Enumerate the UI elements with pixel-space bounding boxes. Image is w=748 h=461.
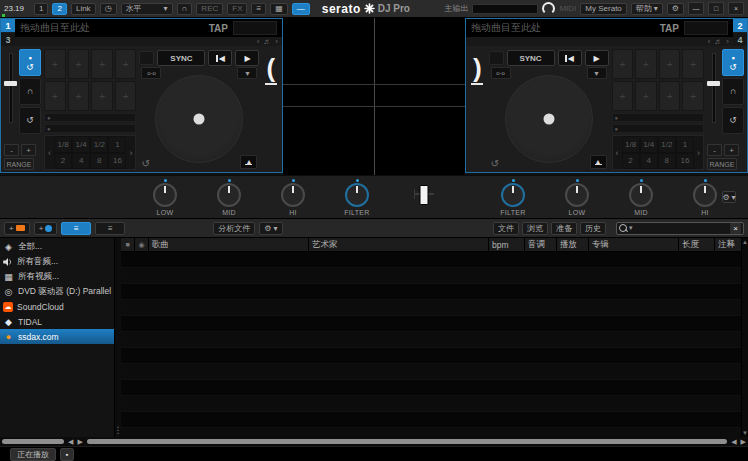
browse-panel-button[interactable]: 浏览 [522,222,548,235]
low-knob-right[interactable] [565,183,589,207]
deck-right-jog-wheel[interactable] [505,75,593,163]
add-smart-crate-button[interactable]: + [34,222,58,235]
sidebar-item-soundcloud[interactable]: ☁SoundCloud [0,299,114,314]
loop-size-button[interactable]: 1/8 [54,136,72,153]
deck-left-number-active[interactable]: 1 [1,19,15,32]
hotcue-button[interactable]: + [635,81,657,111]
low-knob-left[interactable] [153,183,177,207]
link-button[interactable]: Link [71,3,96,15]
restore-button[interactable]: □ [708,2,724,15]
deck-left-eject-button[interactable]: ▲ [240,155,257,169]
hotcue-button[interactable]: + [612,81,634,111]
mixer-panel-button[interactable]: — [292,3,310,15]
deck-left-sync-off-button[interactable] [139,51,154,65]
hi-knob-right[interactable] [693,183,717,207]
loop-size-button[interactable]: 1/2 [658,136,676,153]
loop-half-button[interactable]: ‹ [45,136,54,169]
library-settings-button[interactable]: ⚙▾ [259,222,282,235]
next-track-icon[interactable]: › [726,37,729,46]
table-row[interactable] [121,300,741,316]
deck-right-pitch-minus-button[interactable]: - [707,144,722,156]
loop-size-button[interactable]: 1 [108,136,126,153]
sidebar-item-tidal[interactable]: ◆TIDAL [0,314,114,329]
deck-right-pitch-bend-icon[interactable]: ( [473,57,482,79]
deck-right-sync-button[interactable]: SYNC [507,50,555,66]
sampler-panel-button[interactable]: ▦ [270,3,288,15]
my-serato-button[interactable]: My Serato [580,3,626,15]
loop-double-button[interactable]: › [694,136,703,169]
table-row[interactable] [121,396,741,412]
crossfader-handle[interactable] [420,185,429,205]
loop-size-button[interactable]: 8 [90,153,108,170]
loop-size-button[interactable]: 1/4 [640,136,658,153]
view-mode-horizontal-button[interactable]: ≡ [61,222,91,235]
fx-button[interactable]: FX [227,3,247,15]
midi-button[interactable]: MIDI [559,4,576,13]
search-clear-button[interactable]: × [730,223,741,234]
hotcue-button[interactable]: + [44,49,66,79]
deck-left-keylock-button[interactable]: o-o [141,67,161,79]
sidebar-item-all-audio[interactable]: 所有音频... [0,254,114,269]
rec-button[interactable]: REC [196,3,223,15]
deck-left-jog-wheel[interactable] [155,75,243,163]
table-row[interactable] [121,268,741,284]
column-bpm[interactable]: bpm [489,238,525,251]
column-length[interactable]: 长度 [679,238,715,251]
deck-left-headphone-cue-button[interactable]: ∩ [19,78,41,105]
analyze-files-button[interactable]: 分析文件 [213,222,255,235]
deck-left-pitch-bend-icon[interactable]: ( [266,57,275,79]
deck-right-pitch-fader[interactable] [707,49,720,144]
deck-left-pitch-fader[interactable] [4,49,17,144]
table-row[interactable] [121,380,741,396]
loop-half-button[interactable]: ‹ [613,136,622,169]
status-toggle-button[interactable]: ▪ [60,448,74,461]
deck-right-number-active[interactable]: 2 [733,19,747,32]
deck-left-repeat-button[interactable]: ↺ [141,158,149,169]
deck-left-number-alt[interactable]: 3 [1,33,15,46]
deck-right-play-button[interactable]: ▶ [585,50,609,66]
loop-size-button[interactable]: 16 [108,153,126,170]
sidebar-item-ssdax[interactable]: ●ssdax.com [0,329,114,344]
crossfader[interactable] [414,184,434,204]
scroll-left-icon[interactable]: ◀ [68,438,73,445]
loop-size-button[interactable]: 8 [658,153,676,170]
deck-left-pitch-plus-button[interactable]: + [21,144,36,156]
table-scrollbar[interactable] [87,439,727,444]
deck-left-tempo-handle[interactable] [265,83,277,85]
deck-left-range-button[interactable]: RANGE [4,158,34,170]
filter-knob-left[interactable] [345,183,369,207]
deck-right-cue-sync-button[interactable]: ▪↺ [722,49,744,76]
scroll-down-icon[interactable]: ▼ [742,430,748,436]
minimize-button[interactable]: — [688,2,704,15]
mid-knob-right[interactable] [629,183,653,207]
deck-left-pitch-minus-button[interactable]: - [4,144,19,156]
table-row[interactable] [121,284,741,300]
hotcue-button[interactable]: + [659,49,681,79]
column-album[interactable]: 专辑 [589,238,679,251]
deck-right-tap-button[interactable]: TAP [660,23,679,34]
deck-right-keylock-button[interactable]: o-o [491,67,511,79]
hotcue-button[interactable]: + [682,49,704,79]
deck-right-cue-previous-button[interactable]: ◀ [558,50,582,66]
scroll-right-icon[interactable]: ▶ [77,438,82,445]
hotcue-button[interactable]: + [682,81,704,111]
table-row[interactable] [121,252,741,268]
prepare-panel-button[interactable]: 准备 [551,222,577,235]
saved-loop-slot[interactable]: ● [612,124,704,133]
clock-button[interactable]: ◷ [100,3,117,15]
column-status[interactable]: ◉ [135,238,149,251]
loop-double-button[interactable]: › [126,136,135,169]
table-row[interactable] [121,316,741,332]
deck-count-1-button[interactable]: 1 [34,3,48,15]
hotcue-button[interactable]: + [635,49,657,79]
deck-left-tap-button[interactable]: TAP [209,23,228,34]
loop-size-button[interactable]: 16 [676,153,694,170]
loop-size-button[interactable]: 1/8 [622,136,640,153]
add-crate-button[interactable]: + [4,222,30,235]
next-track-icon[interactable]: › [275,37,278,46]
column-art[interactable]: ■ [121,238,135,251]
hotcue-button[interactable]: + [612,49,634,79]
view-mode-list-button[interactable]: ≡ [95,222,125,235]
saved-loop-slot[interactable]: ● [44,113,136,122]
deck-left-cue-sync-button[interactable]: ▪↺ [19,49,41,76]
